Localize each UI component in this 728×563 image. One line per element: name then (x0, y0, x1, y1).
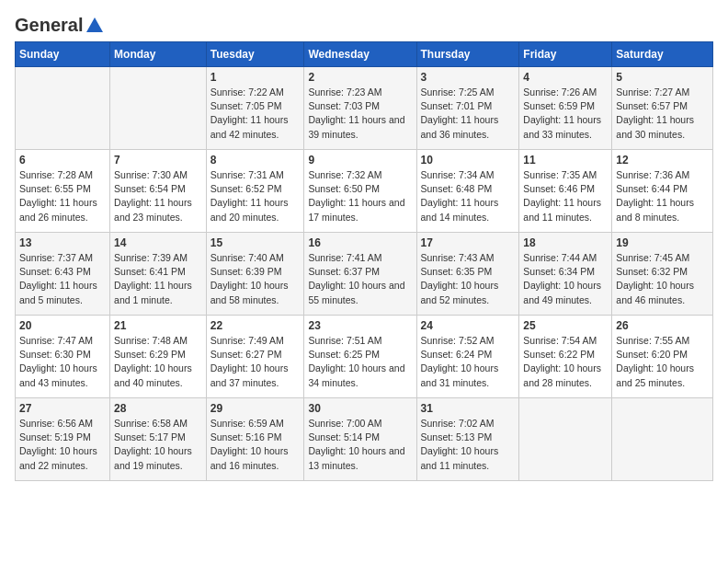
logo-general: General (15, 15, 83, 36)
day-header-thursday: Thursday (416, 42, 519, 67)
logo-icon (85, 16, 105, 36)
day-content: Sunrise: 6:58 AM Sunset: 5:17 PM Dayligh… (114, 417, 202, 473)
calendar-cell: 28Sunrise: 6:58 AM Sunset: 5:17 PM Dayli… (110, 398, 207, 481)
day-number: 12 (616, 154, 709, 167)
day-content: Sunrise: 7:41 AM Sunset: 6:37 PM Dayligh… (308, 251, 412, 307)
day-number: 24 (421, 319, 516, 332)
day-number: 16 (308, 236, 412, 249)
day-content: Sunrise: 7:40 AM Sunset: 6:39 PM Dayligh… (210, 251, 301, 307)
calendar-cell: 24Sunrise: 7:52 AM Sunset: 6:24 PM Dayli… (416, 316, 519, 398)
calendar-cell: 18Sunrise: 7:44 AM Sunset: 6:34 PM Dayli… (519, 233, 612, 316)
calendar-week-row: 6Sunrise: 7:28 AM Sunset: 6:55 PM Daylig… (16, 150, 713, 233)
calendar-cell: 1Sunrise: 7:22 AM Sunset: 7:05 PM Daylig… (206, 67, 304, 150)
day-header-monday: Monday (110, 42, 207, 67)
day-number: 17 (421, 236, 516, 249)
calendar-week-row: 20Sunrise: 7:47 AM Sunset: 6:30 PM Dayli… (16, 316, 713, 398)
day-number: 9 (308, 154, 412, 167)
day-content: Sunrise: 7:47 AM Sunset: 6:30 PM Dayligh… (19, 334, 106, 390)
day-number: 10 (421, 154, 516, 167)
calendar-cell: 29Sunrise: 6:59 AM Sunset: 5:16 PM Dayli… (206, 398, 304, 481)
calendar-cell: 23Sunrise: 7:51 AM Sunset: 6:25 PM Dayli… (304, 316, 416, 398)
logo: General (15, 15, 105, 32)
day-content: Sunrise: 7:54 AM Sunset: 6:22 PM Dayligh… (523, 334, 608, 390)
calendar-cell: 11Sunrise: 7:35 AM Sunset: 6:46 PM Dayli… (519, 150, 612, 233)
svg-marker-0 (86, 17, 103, 32)
calendar-cell: 25Sunrise: 7:54 AM Sunset: 6:22 PM Dayli… (519, 316, 612, 398)
day-number: 28 (114, 402, 202, 415)
calendar-cell: 16Sunrise: 7:41 AM Sunset: 6:37 PM Dayli… (304, 233, 416, 316)
calendar-table: SundayMondayTuesdayWednesdayThursdayFrid… (15, 41, 713, 481)
calendar-cell: 6Sunrise: 7:28 AM Sunset: 6:55 PM Daylig… (16, 150, 110, 233)
day-header-tuesday: Tuesday (206, 42, 304, 67)
calendar-cell: 20Sunrise: 7:47 AM Sunset: 6:30 PM Dayli… (16, 316, 110, 398)
day-number: 26 (616, 319, 709, 332)
calendar-cell: 17Sunrise: 7:43 AM Sunset: 6:35 PM Dayli… (416, 233, 519, 316)
calendar-cell: 14Sunrise: 7:39 AM Sunset: 6:41 PM Dayli… (110, 233, 207, 316)
day-number: 29 (210, 402, 301, 415)
calendar-cell: 5Sunrise: 7:27 AM Sunset: 6:57 PM Daylig… (612, 67, 713, 150)
day-content: Sunrise: 7:28 AM Sunset: 6:55 PM Dayligh… (19, 168, 106, 224)
calendar-cell: 10Sunrise: 7:34 AM Sunset: 6:48 PM Dayli… (416, 150, 519, 233)
day-content: Sunrise: 6:56 AM Sunset: 5:19 PM Dayligh… (19, 417, 106, 473)
day-content: Sunrise: 7:34 AM Sunset: 6:48 PM Dayligh… (421, 168, 516, 224)
day-header-saturday: Saturday (612, 42, 713, 67)
calendar-cell: 15Sunrise: 7:40 AM Sunset: 6:39 PM Dayli… (206, 233, 304, 316)
day-header-friday: Friday (519, 42, 612, 67)
day-content: Sunrise: 7:45 AM Sunset: 6:32 PM Dayligh… (616, 251, 709, 307)
day-number: 30 (308, 402, 412, 415)
day-content: Sunrise: 7:37 AM Sunset: 6:43 PM Dayligh… (19, 251, 106, 307)
calendar-cell: 7Sunrise: 7:30 AM Sunset: 6:54 PM Daylig… (110, 150, 207, 233)
day-content: Sunrise: 7:48 AM Sunset: 6:29 PM Dayligh… (114, 334, 202, 390)
calendar-cell: 12Sunrise: 7:36 AM Sunset: 6:44 PM Dayli… (612, 150, 713, 233)
day-content: Sunrise: 7:26 AM Sunset: 6:59 PM Dayligh… (523, 86, 608, 142)
calendar-cell: 8Sunrise: 7:31 AM Sunset: 6:52 PM Daylig… (206, 150, 304, 233)
calendar-cell: 13Sunrise: 7:37 AM Sunset: 6:43 PM Dayli… (16, 233, 110, 316)
day-content: Sunrise: 7:25 AM Sunset: 7:01 PM Dayligh… (421, 86, 516, 142)
day-number: 31 (421, 402, 516, 415)
day-number: 13 (19, 236, 106, 249)
day-content: Sunrise: 7:23 AM Sunset: 7:03 PM Dayligh… (308, 86, 412, 142)
day-number: 23 (308, 319, 412, 332)
day-header-sunday: Sunday (16, 42, 110, 67)
calendar-cell: 30Sunrise: 7:00 AM Sunset: 5:14 PM Dayli… (304, 398, 416, 481)
day-content: Sunrise: 7:39 AM Sunset: 6:41 PM Dayligh… (114, 251, 202, 307)
calendar-week-row: 27Sunrise: 6:56 AM Sunset: 5:19 PM Dayli… (16, 398, 713, 481)
day-number: 21 (114, 319, 202, 332)
page-header: General (15, 15, 713, 32)
day-content: Sunrise: 7:27 AM Sunset: 6:57 PM Dayligh… (616, 86, 709, 142)
calendar-cell: 19Sunrise: 7:45 AM Sunset: 6:32 PM Dayli… (612, 233, 713, 316)
day-header-wednesday: Wednesday (304, 42, 416, 67)
day-content: Sunrise: 7:00 AM Sunset: 5:14 PM Dayligh… (308, 417, 412, 473)
calendar-cell: 31Sunrise: 7:02 AM Sunset: 5:13 PM Dayli… (416, 398, 519, 481)
day-content: Sunrise: 7:49 AM Sunset: 6:27 PM Dayligh… (210, 334, 301, 390)
day-number: 6 (19, 154, 106, 167)
calendar-cell: 22Sunrise: 7:49 AM Sunset: 6:27 PM Dayli… (206, 316, 304, 398)
calendar-cell: 21Sunrise: 7:48 AM Sunset: 6:29 PM Dayli… (110, 316, 207, 398)
calendar-cell: 4Sunrise: 7:26 AM Sunset: 6:59 PM Daylig… (519, 67, 612, 150)
day-content: Sunrise: 7:22 AM Sunset: 7:05 PM Dayligh… (210, 86, 301, 142)
calendar-cell: 2Sunrise: 7:23 AM Sunset: 7:03 PM Daylig… (304, 67, 416, 150)
calendar-cell (519, 398, 612, 481)
day-number: 8 (210, 154, 301, 167)
day-content: Sunrise: 7:52 AM Sunset: 6:24 PM Dayligh… (421, 334, 516, 390)
day-number: 25 (523, 319, 608, 332)
calendar-cell (110, 67, 207, 150)
day-content: Sunrise: 7:31 AM Sunset: 6:52 PM Dayligh… (210, 168, 301, 224)
calendar-cell: 26Sunrise: 7:55 AM Sunset: 6:20 PM Dayli… (612, 316, 713, 398)
day-number: 15 (210, 236, 301, 249)
day-number: 18 (523, 236, 608, 249)
calendar-cell (612, 398, 713, 481)
calendar-header-row: SundayMondayTuesdayWednesdayThursdayFrid… (16, 42, 713, 67)
day-number: 3 (421, 71, 516, 84)
day-content: Sunrise: 7:35 AM Sunset: 6:46 PM Dayligh… (523, 168, 608, 224)
day-content: Sunrise: 7:44 AM Sunset: 6:34 PM Dayligh… (523, 251, 608, 307)
day-content: Sunrise: 6:59 AM Sunset: 5:16 PM Dayligh… (210, 417, 301, 473)
calendar-cell: 3Sunrise: 7:25 AM Sunset: 7:01 PM Daylig… (416, 67, 519, 150)
day-content: Sunrise: 7:02 AM Sunset: 5:13 PM Dayligh… (421, 417, 516, 473)
day-content: Sunrise: 7:51 AM Sunset: 6:25 PM Dayligh… (308, 334, 412, 390)
day-number: 2 (308, 71, 412, 84)
day-number: 27 (19, 402, 106, 415)
day-content: Sunrise: 7:32 AM Sunset: 6:50 PM Dayligh… (308, 168, 412, 224)
calendar-week-row: 1Sunrise: 7:22 AM Sunset: 7:05 PM Daylig… (16, 67, 713, 150)
calendar-cell: 9Sunrise: 7:32 AM Sunset: 6:50 PM Daylig… (304, 150, 416, 233)
